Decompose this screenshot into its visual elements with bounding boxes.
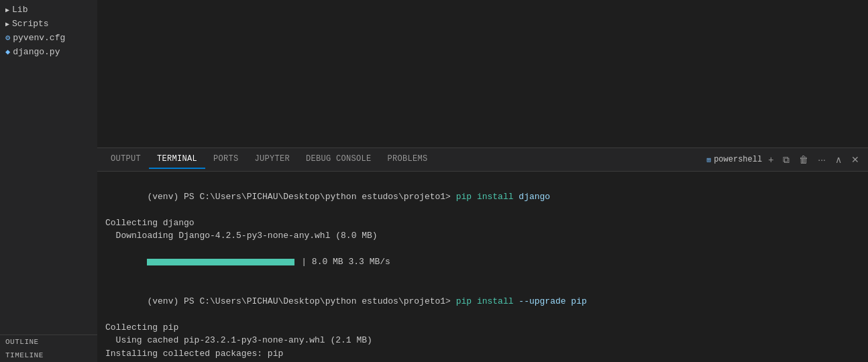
- tab-problems[interactable]: PROBLEMS: [380, 150, 436, 169]
- sidebar-item-django[interactable]: ◆ django.py: [0, 45, 97, 59]
- arrow-icon: ▶: [5, 6, 9, 14]
- terminal-line-7: Installing collected packages: pip: [105, 347, 860, 361]
- sidebar-item-label: Scripts: [12, 19, 49, 29]
- kill-terminal-button[interactable]: 🗑: [796, 152, 812, 167]
- arrow-icon: ▶: [5, 20, 9, 28]
- ps-label-text: powershell: [714, 155, 762, 164]
- main-area: OUTPUT TERMINAL PORTS JUPYTER DEBUG CONS…: [97, 0, 868, 362]
- progress-bar: [147, 259, 294, 265]
- sidebar: ▶ Lib ▶ Scripts ⚙ pyvenv.cfg ◆ django.py…: [0, 0, 97, 362]
- terminal-prompt-2: (venv) PS C:\Users\PICHAU\Desktop\python…: [147, 296, 455, 306]
- terminal-arg-2: --upgrade pip: [519, 296, 586, 306]
- timeline-header[interactable]: TIMELINE: [0, 349, 97, 362]
- file-icon: ◆: [5, 47, 10, 57]
- terminal-line-3: Downloading Django-4.2.5-py3-none-any.wh…: [105, 229, 860, 243]
- split-terminal-button[interactable]: ⧉: [779, 152, 793, 168]
- terminal-line-4: (venv) PS C:\Users\PICHAU\Desktop\python…: [105, 282, 860, 321]
- sidebar-item-label: pyvenv.cfg: [13, 33, 65, 43]
- terminal-line-5: Collecting pip: [105, 321, 860, 335]
- outline-header[interactable]: OUTLINE: [0, 335, 97, 349]
- tab-ports[interactable]: PORTS: [205, 150, 247, 169]
- tab-jupyter[interactable]: JUPYTER: [247, 150, 299, 169]
- tab-terminal[interactable]: TERMINAL: [149, 150, 205, 169]
- terminal-line-1: (venv) PS C:\Users\PICHAU\Desktop\python…: [105, 177, 860, 217]
- sidebar-item-label: django.py: [13, 47, 60, 57]
- editor-area: [97, 0, 868, 147]
- terminal-tab-bar: OUTPUT TERMINAL PORTS JUPYTER DEBUG CONS…: [97, 148, 868, 172]
- outline-section: OUTLINE TIMELINE: [0, 335, 97, 362]
- close-panel-button[interactable]: ✕: [848, 152, 863, 167]
- progress-separator: |: [296, 257, 311, 267]
- progress-speed: 8.0 MB 3.3 MB/s: [312, 257, 390, 267]
- terminal-line-progress: | 8.0 MB 3.3 MB/s: [105, 243, 860, 282]
- tab-debug-console[interactable]: DEBUG CONSOLE: [298, 150, 380, 169]
- terminal-panel: OUTPUT TERMINAL PORTS JUPYTER DEBUG CONS…: [97, 147, 868, 362]
- add-terminal-button[interactable]: +: [765, 152, 777, 167]
- terminal-line-6: Using cached pip-23.2.1-py3-none-any.whl…: [105, 334, 860, 347]
- ps-label: ⊞ powershell: [707, 155, 763, 164]
- terminal-cmd: pip install: [456, 192, 519, 202]
- tab-bar-right: ⊞ powershell + ⧉ 🗑 ··· ∧ ✕: [707, 152, 863, 168]
- sidebar-item-scripts[interactable]: ▶ Scripts: [0, 17, 97, 31]
- sidebar-item-pyvenv[interactable]: ⚙ pyvenv.cfg: [0, 31, 97, 45]
- terminal-arg: django: [519, 192, 550, 202]
- terminal-prompt: (venv) PS C:\Users\PICHAU\Desktop\python…: [147, 192, 455, 202]
- more-options-button[interactable]: ···: [814, 152, 829, 167]
- terminal-content[interactable]: (venv) PS C:\Users\PICHAU\Desktop\python…: [97, 172, 868, 362]
- maximize-panel-button[interactable]: ∧: [832, 152, 845, 167]
- sidebar-item-lib[interactable]: ▶ Lib: [0, 3, 97, 17]
- terminal-line-2: Collecting django: [105, 217, 860, 230]
- terminal-cmd-2: pip install: [456, 296, 519, 306]
- ps-icon: ⊞: [707, 156, 712, 164]
- gear-icon: ⚙: [5, 33, 10, 43]
- sidebar-item-label: Lib: [12, 5, 28, 15]
- tab-output[interactable]: OUTPUT: [103, 150, 149, 169]
